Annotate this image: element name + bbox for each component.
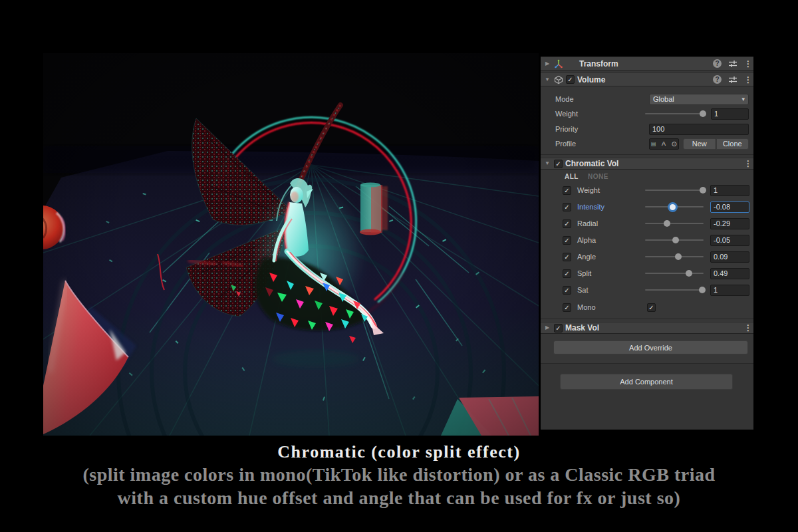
priority-row: Priority 100 xyxy=(541,123,749,135)
profile-label: Profile xyxy=(555,140,576,148)
transform-gizmo-icon xyxy=(554,59,563,68)
volume-header[interactable]: ▼ ✓ Volume ? ⋮ xyxy=(541,72,753,86)
param-slider[interactable] xyxy=(645,184,704,196)
param-label: Angle xyxy=(577,253,596,261)
mask-vol-title: Mask Vol xyxy=(565,323,599,332)
param-row-angle: ✓ Angle 0.09 xyxy=(541,251,749,263)
transform-title: Transform xyxy=(579,59,618,68)
param-row-alpha: ✓ Alpha -0.05 xyxy=(541,234,749,246)
inspector-panel: ▶ Transform ? ⋮ ▼ xyxy=(541,57,753,430)
param-label: Sat xyxy=(577,286,589,294)
mode-label: Mode xyxy=(555,95,574,103)
kebab-menu-icon[interactable]: ⋮ xyxy=(744,75,751,84)
volume-component-icon xyxy=(554,75,563,84)
param-row-weight: ✓ Weight 1 xyxy=(541,184,749,196)
presets-icon[interactable] xyxy=(728,75,737,84)
mono-value-checkbox[interactable]: ✓ xyxy=(647,303,656,312)
param-label: Radial xyxy=(577,219,598,227)
foldout-open-icon[interactable]: ▼ xyxy=(543,76,551,84)
param-checkbox[interactable]: ✓ xyxy=(563,236,571,245)
param-value-field[interactable]: 0.49 xyxy=(710,268,749,279)
param-value-field[interactable]: -0.29 xyxy=(710,218,749,229)
foldout-closed-icon[interactable]: ▶ xyxy=(543,60,551,68)
param-label: Weight xyxy=(577,186,600,194)
param-value-field[interactable]: 1 xyxy=(710,185,749,196)
help-icon[interactable]: ? xyxy=(713,75,722,84)
priority-field[interactable]: 100 xyxy=(649,124,749,135)
param-slider[interactable] xyxy=(645,217,704,229)
param-value-field[interactable]: -0.05 xyxy=(710,235,749,246)
object-picker-icon[interactable]: ⊙ xyxy=(672,140,677,148)
asset-icon: ▤ xyxy=(651,141,656,147)
param-slider[interactable] xyxy=(645,284,704,296)
kebab-menu-icon[interactable]: ⋮ xyxy=(744,159,751,168)
priority-label: Priority xyxy=(555,125,578,133)
param-value-field[interactable]: 1 xyxy=(710,285,749,296)
param-checkbox[interactable]: ✓ xyxy=(563,186,571,195)
param-row-sat: ✓ Sat 1 xyxy=(541,284,749,296)
param-checkbox[interactable]: ✓ xyxy=(563,269,571,278)
kebab-menu-icon[interactable]: ⋮ xyxy=(744,59,751,68)
caption-title: Chromatic (color split effect) xyxy=(0,442,798,463)
presets-icon[interactable] xyxy=(728,59,737,68)
param-label: Alpha xyxy=(577,236,596,244)
add-component-button[interactable]: Add Component xyxy=(560,374,733,390)
mask-vol-header[interactable]: ▶ ✓ Mask Vol ⋮ xyxy=(541,322,753,334)
chromatic-vol-title: Chromatic Vol xyxy=(565,159,618,168)
param-label: Mono xyxy=(577,303,596,311)
scene-viewport[interactable] xyxy=(43,53,539,436)
volume-enabled-checkbox[interactable]: ✓ xyxy=(566,75,575,84)
param-slider[interactable] xyxy=(645,267,704,279)
caption-line-2: with a custom hue offset and angle that … xyxy=(0,486,798,509)
add-override-button[interactable]: Add Override xyxy=(553,340,748,354)
volume-weight-row: Weight 1 xyxy=(541,108,749,120)
weight-value-field[interactable]: 1 xyxy=(711,108,749,120)
transform-header[interactable]: ▶ Transform ? ⋮ xyxy=(541,57,753,70)
param-slider[interactable] xyxy=(645,234,704,246)
override-toggle-row: ALL NONE xyxy=(565,173,608,180)
foldout-closed-icon[interactable]: ▶ xyxy=(543,324,551,332)
profile-object-field[interactable]: ▤ A ⊙ xyxy=(649,138,679,150)
param-row-radial: ✓ Radial -0.29 xyxy=(541,217,749,229)
caption-line-1: (split image colors in mono(TikTok like … xyxy=(0,463,798,486)
param-label: Split xyxy=(577,269,591,277)
kebab-menu-icon[interactable]: ⋮ xyxy=(744,323,751,332)
chevron-down-icon: ▾ xyxy=(741,94,745,104)
param-slider[interactable] xyxy=(645,251,704,263)
weight-label: Weight xyxy=(555,110,578,118)
profile-row: Profile ▤ A ⊙ New Clone xyxy=(541,138,749,150)
param-slider[interactable] xyxy=(645,201,704,213)
profile-new-button[interactable]: New xyxy=(683,138,716,150)
volume-title: Volume xyxy=(577,75,605,84)
chromatic-enabled-checkbox[interactable]: ✓ xyxy=(554,160,563,168)
caption-block: Chromatic (color split effect) (split im… xyxy=(0,442,798,509)
vignette-overlay xyxy=(43,53,539,436)
weight-slider[interactable] xyxy=(645,108,704,120)
param-checkbox[interactable]: ✓ xyxy=(563,219,571,228)
param-checkbox[interactable]: ✓ xyxy=(563,303,571,312)
param-row-intensity: ✓ Intensity -0.08 xyxy=(541,201,749,213)
mode-dropdown[interactable]: Global ▾ xyxy=(649,94,749,105)
foldout-open-icon[interactable]: ▼ xyxy=(543,160,551,168)
profile-asset-letter: A xyxy=(662,140,666,147)
param-label: Intensity xyxy=(577,203,604,211)
param-value-field[interactable]: -0.08 xyxy=(710,201,749,213)
none-toggle[interactable]: NONE xyxy=(588,173,608,180)
mode-row: Mode Global ▾ xyxy=(541,93,749,105)
param-checkbox[interactable]: ✓ xyxy=(563,286,571,295)
param-row-split: ✓ Split 0.49 xyxy=(541,267,749,279)
profile-clone-button[interactable]: Clone xyxy=(716,138,749,150)
param-row-mono: ✓ Mono ✓ xyxy=(541,301,749,313)
param-checkbox[interactable]: ✓ xyxy=(563,253,571,261)
mask-enabled-checkbox[interactable]: ✓ xyxy=(554,324,563,332)
scene-render xyxy=(43,53,539,436)
param-checkbox[interactable]: ✓ xyxy=(563,203,571,211)
all-toggle[interactable]: ALL xyxy=(565,173,579,180)
param-value-field[interactable]: 0.09 xyxy=(710,251,749,263)
help-icon[interactable]: ? xyxy=(713,59,722,68)
chromatic-vol-header[interactable]: ▼ ✓ Chromatic Vol ⋮ xyxy=(541,158,753,170)
